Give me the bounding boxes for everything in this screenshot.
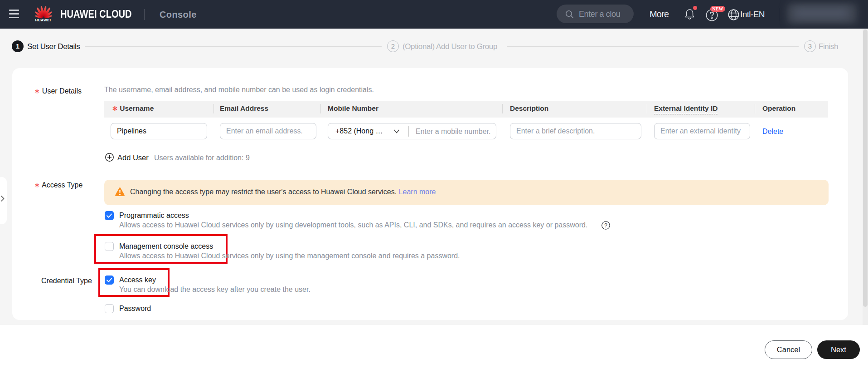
svg-text:?: ? — [604, 222, 607, 229]
